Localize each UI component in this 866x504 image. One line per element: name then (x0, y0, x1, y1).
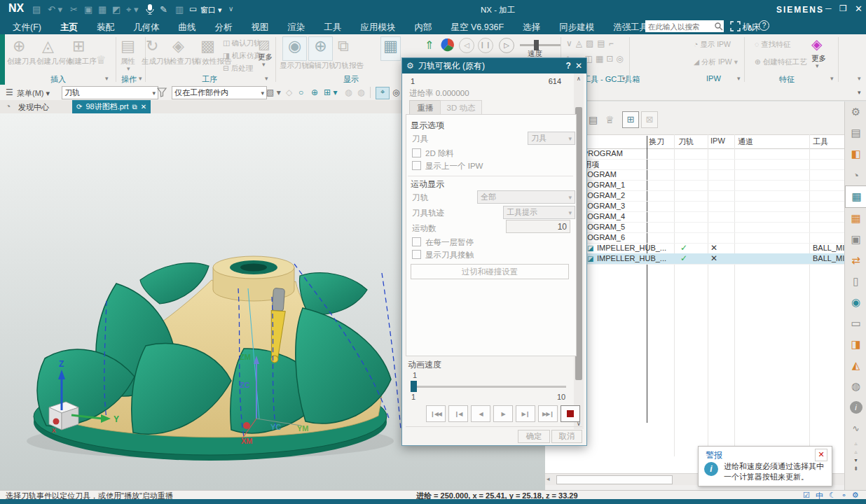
close-button[interactable]: ✕ (855, 4, 862, 14)
motion-count-input[interactable] (506, 220, 570, 233)
selection-type-combo[interactable]: 刀轨▾ (62, 86, 158, 99)
file-tab-active[interactable]: ⟳ 98讲图档.prt ⧉ ✕ (72, 100, 151, 113)
col-channel[interactable]: 通道 (738, 136, 753, 147)
table-row-selected[interactable]: ◪ IMPELLER_HUB_... ✓ ✕ BALL_MILL (545, 253, 844, 265)
layers-icon[interactable]: ◨ (845, 334, 866, 355)
scroll-up2-hint-icon[interactable]: ▵ (845, 447, 866, 456)
touch-icon[interactable]: ◩ (112, 4, 121, 15)
dialog-scroll-up-icon[interactable]: ∧ (574, 74, 584, 82)
fullscreen-icon[interactable] (730, 21, 741, 31)
table-row[interactable]: PROGRAM_5 (545, 222, 844, 233)
ime-chinese-icon[interactable]: 中 (816, 491, 823, 501)
mcs-display-icon[interactable]: ⌖ (376, 87, 390, 99)
checkbox-show-last-ipw[interactable]: 显示上一个 IPW (412, 161, 483, 172)
process-more-dropdown-icon[interactable]: ▾ (262, 61, 266, 68)
edit-toolpath-icon[interactable]: ⊕ (308, 36, 333, 61)
visualization-icon[interactable]: ◉ (845, 292, 866, 313)
play-icon[interactable]: ▷ (499, 38, 514, 53)
animation-slider-thumb[interactable] (411, 381, 417, 392)
machine-sim-label[interactable]: ◨ 机床仿真 (223, 51, 261, 61)
scroll-left-icon[interactable]: ◂ (547, 475, 550, 482)
scroll-up-hint-icon[interactable]: ▵ (845, 439, 866, 447)
alert-close-icon[interactable]: ✕ (815, 449, 827, 461)
tray-gear-icon[interactable]: ⚙ (852, 491, 859, 501)
discovery-center-label[interactable]: 发现中心 (18, 102, 49, 113)
speed-slider-track[interactable] (520, 44, 561, 46)
col-toolchange[interactable]: 换刀 (649, 136, 664, 147)
discovery-icon[interactable]: ◔ (6, 102, 11, 111)
ok-button[interactable]: 确定 (518, 430, 550, 443)
sash-handle-icon[interactable]: ∿ (845, 418, 866, 439)
search-input[interactable] (645, 22, 714, 31)
stop-button[interactable] (561, 405, 580, 422)
minimize-ribbon-icon[interactable]: ∧ (747, 22, 753, 32)
play-backward-button[interactable]: ◀ (471, 405, 490, 422)
part-navigator-icon[interactable]: ◔ (845, 164, 866, 186)
table-row[interactable]: PROGRAM (545, 169, 844, 181)
find-feature-label[interactable]: ◌ 查找特征 (755, 40, 790, 50)
checkbox-2d-material[interactable]: 2D 除料 (412, 148, 454, 159)
datum-icon[interactable]: ⌖ ▾ (126, 4, 138, 15)
group-feature-dropdown-icon[interactable]: ▾ (830, 75, 834, 82)
dialog-close-icon[interactable]: ✕ (575, 61, 582, 71)
reuse-library-icon[interactable]: ⇄ (845, 250, 866, 271)
tool-display-dropdown[interactable]: 刀具▾ (528, 132, 575, 145)
microphone-icon[interactable] (146, 4, 154, 15)
table-row[interactable]: PROGRAM_1 (545, 180, 844, 191)
gc-toolbox-icons-row1[interactable]: ∨◬▨▤⌐ (566, 38, 617, 48)
resume-icon[interactable]: ⇑ (425, 38, 434, 52)
group-process-dropdown-icon[interactable]: ▾ (265, 75, 268, 82)
process-more-icon[interactable]: ▨ (258, 36, 270, 54)
machine-tool-navigator-icon[interactable]: ▦ (845, 208, 866, 229)
touch-panel-icon[interactable]: ◍ (845, 376, 866, 397)
feature-more-dropdown-icon[interactable]: ▾ (816, 62, 819, 69)
table-row[interactable]: PROGRAM_3 (545, 201, 844, 212)
detach-icon[interactable]: ⧉ (132, 103, 137, 111)
maximize-button[interactable]: ❒ (839, 4, 847, 13)
create-program-icon[interactable]: ♕ (96, 51, 106, 69)
analyze-ipw-label[interactable]: ◢ 分析 IPW ▾ (694, 57, 738, 67)
table-row[interactable]: PROGRAM_4 (545, 211, 844, 223)
box-snap-icon[interactable]: ⊞ ▾ (324, 88, 337, 97)
tab-replay[interactable]: 重播 (409, 100, 441, 115)
confirm-toolpath-label[interactable]: ◫ 确认刀轨 (223, 38, 261, 48)
task-check-icon[interactable]: ☑ (803, 491, 810, 501)
machine-view-icon[interactable]: ▣ (845, 229, 866, 250)
not​ebook-icon[interactable]: ▯ (845, 271, 866, 292)
properties-dropdown-icon[interactable]: ▾ (127, 65, 130, 72)
nav-program-group-icon[interactable]: ♕ (605, 114, 614, 125)
tab-3d-dynamic[interactable]: 3D 动态 (440, 100, 482, 115)
toolpath-range-dropdown[interactable]: 全部▾ (477, 190, 575, 204)
table-row[interactable]: NC_PROGRAM (545, 148, 844, 160)
properties-icon[interactable]: ▤ (121, 37, 135, 55)
copy-icon[interactable]: ▣ (84, 4, 92, 15)
snap-disabled-icon[interactable]: ◇ (286, 88, 292, 97)
table-row[interactable]: PROGRAM_6 (545, 232, 844, 244)
table-row[interactable]: 未用项 (545, 159, 844, 170)
process-assistant-icon[interactable]: ◭ (845, 355, 866, 376)
dialog-help-icon[interactable]: ? (566, 61, 571, 71)
show-ipw-label[interactable]: ◔ 显示 IPW (694, 40, 731, 50)
create-tool-icon[interactable]: ⊕ (13, 37, 25, 55)
object-display-icon[interactable]: ▧ ▾ (266, 88, 281, 97)
show-toolpath-icon[interactable]: ◉ (282, 36, 307, 61)
window-panel-icon[interactable]: ▭ (845, 313, 866, 334)
help-icon[interactable]: ? (759, 20, 769, 31)
assembly-navigator-icon[interactable]: ▤ (845, 122, 866, 144)
hscroll-thumb[interactable] (556, 475, 673, 484)
step-back-button[interactable]: ❙◀ (448, 405, 468, 422)
verify-toolpath-icon[interactable]: ◈ (172, 37, 184, 55)
validity-report-icon[interactable]: ▩ (200, 37, 215, 55)
feature-more-icon[interactable]: ◈ (811, 36, 822, 52)
animation-slider-track[interactable] (411, 386, 566, 388)
group-gc-dropdown-icon[interactable]: ▾ (622, 75, 626, 82)
create-feature-process-label[interactable]: ⊕ 创建特征工艺 (755, 57, 807, 67)
step-forward-button[interactable]: ▶❙ (516, 405, 535, 422)
col-tool[interactable]: 工具 (813, 136, 828, 147)
checkbox-pause-each-level[interactable]: 在每一层暂停 (412, 237, 474, 248)
table-row[interactable]: PROGRAM_2 (545, 190, 844, 202)
search-box[interactable] (645, 20, 724, 32)
ribbon-overflow-icon[interactable]: ▾ (858, 75, 861, 82)
gesture-icon[interactable]: ✎ (160, 4, 167, 15)
scroll-bottom-hint-icon[interactable]: ⇟ (845, 464, 866, 472)
